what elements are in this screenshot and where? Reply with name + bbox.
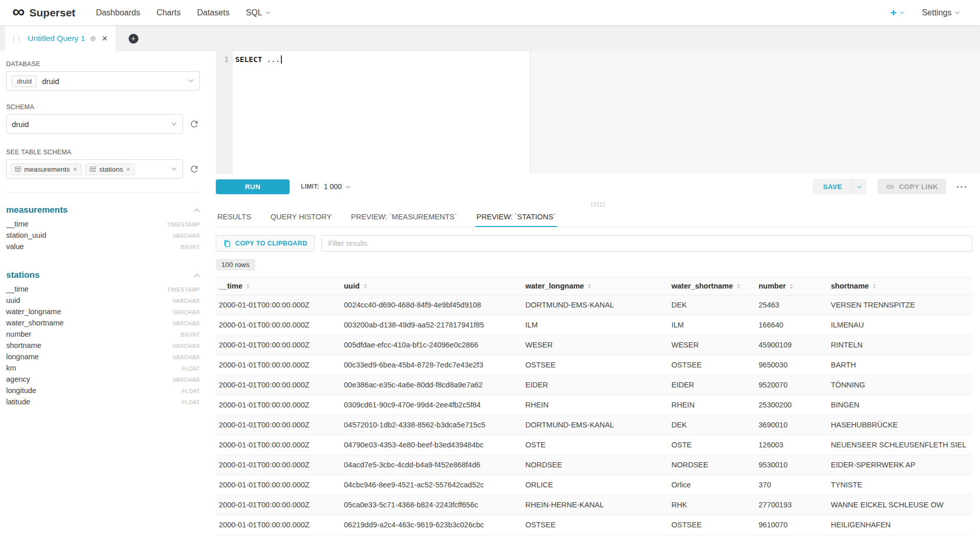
table-collapse-header[interactable]: measurements [6,205,200,215]
schema-select[interactable]: druid [6,114,183,134]
cell-number: 45900109 [756,335,828,355]
column-type: FLOAT [182,388,200,394]
remove-chip-icon[interactable]: × [126,166,130,173]
column-header-label: shortname [831,282,869,290]
sort-icon [873,284,876,289]
nav-sql-label: SQL [246,8,262,17]
cell-uuid: 04572010-1db2-4338-8562-b3dca5e715c5 [341,415,522,435]
cell-number: 370 [756,475,828,495]
filter-results-input[interactable] [321,235,972,252]
table-row: 2000-01-01T00:00:00.000Z 00c33ed9-6bea-4… [216,355,972,375]
column-name: shortname [6,341,42,350]
table-row: 2000-01-01T00:00:00.000Z 04cbc946-8ee9-4… [216,475,972,495]
database-value: druid [42,77,59,86]
copy-to-clipboard-button[interactable]: COPY TO CLIPBOARD [216,235,315,252]
query-state-icon [90,36,96,42]
sql-editor[interactable]: 1 SELECT ... [216,51,980,174]
column-row: uuid VARCHAR [6,296,200,307]
close-tab-icon[interactable]: × [102,34,108,43]
add-tab-plus-icon: + [131,35,135,42]
column-name: longitude [6,386,36,395]
cell-water-shortname: WESER [668,335,756,355]
column-type: VARCHAR [173,309,200,315]
nav-sql-menu[interactable]: SQL [238,0,278,25]
new-menu-button[interactable]: + [884,7,910,18]
sort-icon [737,284,740,289]
column-header[interactable]: shortname [828,277,972,295]
sqllab-sidebar: DATABASE druid druid SCHEMA druid SEE TA… [0,51,210,554]
limit-dropdown[interactable]: LIMIT: 1 000 [301,182,349,191]
nav-datasets[interactable]: Datasets [189,0,238,25]
column-type: BIGINT [181,332,200,338]
cell-uuid: 05ca0e33-5c71-4368-b824-2243fcff656c [341,495,522,515]
column-header[interactable]: __time [216,277,341,295]
cell-time: 2000-01-01T00:00:00.000Z [216,495,341,515]
tab-preview-measurements[interactable]: PREVIEW: `MEASUREMENTS` [350,207,459,227]
sql-text: ... [267,55,280,64]
cell-uuid: 005dfdae-efcc-410a-bf1c-24096e0c2866 [341,335,522,355]
editor-gutter: 1 [216,51,233,174]
query-tabbar: ⋮⋮ Untitled Query 1 × + [0,26,980,51]
run-button[interactable]: RUN [216,179,290,194]
cell-time: 2000-01-01T00:00:00.000Z [216,295,341,315]
cell-number: 126003 [756,435,828,455]
nav-charts[interactable]: Charts [148,0,189,25]
cell-water-longname: DORTMUND-EMS-KANAL [522,295,668,315]
column-header-label: water_shortname [671,282,733,290]
column-header[interactable]: number [756,277,828,295]
sort-icon [790,284,793,289]
link-icon [886,182,894,191]
tab-results[interactable]: RESULTS [216,207,253,227]
superset-logo[interactable]: ∞ Superset [12,4,75,22]
refresh-icon [189,119,199,129]
table-chip-stations: stations × [85,163,135,175]
column-header[interactable]: water_longname [522,277,668,295]
column-row: water_longname VARCHAR [6,307,200,319]
settings-menu[interactable]: Settings [914,8,967,17]
table-schema-label: SEE TABLE SCHEMA [6,149,200,156]
column-row: shortname VARCHAR [6,341,200,353]
main-nav: Dashboards Charts Datasets SQL [88,0,277,25]
query-tab-untitled-query-1[interactable]: ⋮⋮ Untitled Query 1 × [5,26,115,51]
refresh-tables-button[interactable] [189,163,200,175]
column-type: VARCHAR [173,298,200,304]
column-name: __time [6,220,29,228]
more-options-button[interactable]: ··· [953,180,971,193]
nav-dashboards[interactable]: Dashboards [88,0,148,25]
table-collapse-header[interactable]: stations [6,270,200,280]
schema-value: druid [12,120,29,129]
cell-water-shortname: DEK [668,295,756,315]
save-button[interactable]: SAVE [813,179,852,194]
tab-preview-stations[interactable]: PREVIEW: `STATIONS` [475,207,558,227]
cell-time: 2000-01-01T00:00:00.000Z [216,475,341,495]
column-type: BIGINT [181,244,200,250]
panel-resize-handle[interactable] [216,199,980,207]
refresh-icon [189,164,199,174]
cell-number: 3690010 [756,415,828,435]
table-select[interactable]: measurements × stations × [6,159,183,179]
cell-water-longname: NORDSEE [522,455,668,475]
table-row: 2000-01-01T00:00:00.000Z 04790e03-4353-4… [216,435,972,455]
refresh-schemas-button[interactable] [189,118,200,130]
drag-handle-icon[interactable]: ⋮⋮ [10,34,23,43]
database-label: DATABASE [6,60,200,68]
column-header[interactable]: uuid [341,277,522,295]
column-name: __time [6,285,29,293]
editor-code-area[interactable]: SELECT ... [233,51,980,174]
chevron-down-icon [266,10,270,14]
database-select[interactable]: druid druid [6,71,200,91]
cell-uuid: 04acd7e5-3cbc-4cdd-b4a9-f452e868f4d6 [341,455,522,475]
column-name: km [6,364,16,372]
tab-query-history[interactable]: QUERY HISTORY [269,207,333,227]
chevron-down-icon [172,120,177,126]
table-row: 2000-01-01T00:00:00.000Z 0309cd61-90c9-4… [216,395,972,415]
remove-chip-icon[interactable]: × [73,166,77,173]
cell-uuid: 04cbc946-8ee9-4521-ac52-557642cad52c [341,475,522,495]
column-header[interactable]: water_shortname [668,277,756,295]
query-tab-title: Untitled Query 1 [28,34,85,43]
cell-uuid: 00c33ed9-6bea-45b4-8728-7edc7e43e2f3 [341,355,522,375]
copy-link-button[interactable]: COPY LINK [877,179,946,194]
add-tab-button[interactable]: + [129,34,138,44]
cell-shortname: ILMENAU [828,315,972,335]
save-options-button[interactable] [852,179,866,194]
